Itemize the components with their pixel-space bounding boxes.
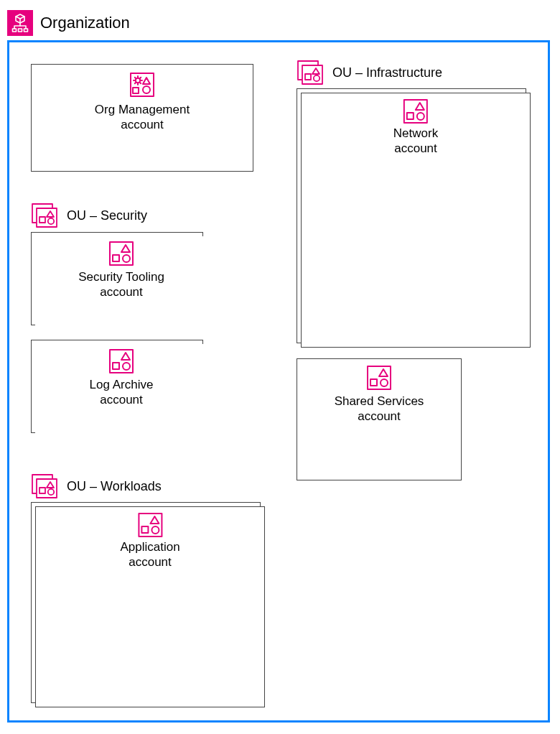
ou-icon — [31, 473, 60, 499]
account-label: Security Tooling account — [78, 269, 164, 300]
account-label: Shared Services account — [335, 394, 424, 424]
svg-point-26 — [381, 379, 388, 386]
account-label: Log Archive account — [90, 377, 154, 408]
ou-box-infrastructure: Network account — [301, 93, 531, 348]
organization-container: Org Management account OU – Security — [7, 40, 550, 723]
ou-header-security: OU – Security — [31, 203, 147, 228]
account-box-shared-services: Shared Services account — [297, 358, 462, 480]
svg-rect-22 — [407, 113, 414, 119]
account-label: Application account — [120, 539, 179, 570]
svg-rect-25 — [370, 379, 377, 386]
svg-rect-12 — [113, 255, 119, 261]
ou-icon — [31, 203, 60, 228]
account-icon — [107, 239, 136, 268]
account-icon — [401, 97, 430, 126]
organization-header: Organization — [7, 10, 130, 36]
svg-rect-0 — [13, 29, 17, 32]
account-icon — [136, 511, 164, 539]
account-label: Network account — [393, 126, 438, 157]
ou-header-infrastructure: OU – Infrastructure — [297, 60, 442, 85]
management-account-icon — [126, 69, 158, 101]
ou-box-security-2: Log Archive account — [35, 344, 207, 437]
organization-title: Organization — [40, 14, 130, 32]
svg-point-23 — [417, 113, 424, 120]
svg-point-13 — [123, 255, 130, 262]
account-box-org-management: Org Management account — [31, 64, 253, 172]
ou-icon — [297, 60, 325, 85]
ou-label: OU – Infrastructure — [332, 65, 442, 80]
diagram-canvas: Organization — [0, 0, 560, 734]
ou-box-security-1: Security Tooling account — [35, 236, 207, 330]
svg-point-6 — [143, 86, 150, 93]
svg-rect-1 — [19, 29, 22, 32]
svg-rect-32 — [141, 526, 148, 533]
account-label: Org Management account — [95, 102, 190, 133]
ou-label: OU – Workloads — [67, 479, 162, 494]
account-icon — [365, 363, 393, 392]
account-icon — [107, 347, 136, 376]
svg-point-16 — [123, 363, 130, 370]
svg-point-33 — [151, 526, 159, 534]
ou-label: OU – Security — [67, 208, 147, 223]
svg-rect-2 — [24, 29, 28, 32]
ou-box-workloads: Application account — [35, 506, 265, 707]
svg-rect-15 — [113, 363, 119, 369]
organization-icon — [7, 10, 33, 36]
ou-header-workloads: OU – Workloads — [31, 473, 162, 499]
svg-rect-5 — [133, 88, 139, 93]
